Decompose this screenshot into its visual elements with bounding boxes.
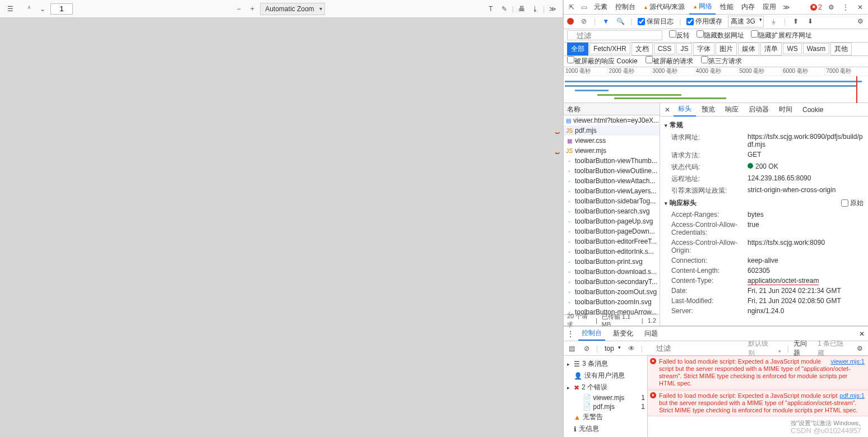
invert-checkbox[interactable]: 反转 <box>669 30 690 40</box>
tab-response[interactable]: 响应 <box>721 103 743 116</box>
text-icon[interactable]: T <box>485 3 496 15</box>
sidebar-toggle-icon[interactable]: ☰ <box>4 3 16 15</box>
user-messages-node[interactable]: 👤没有用户消息 <box>566 370 645 382</box>
blocked-response-checkbox[interactable]: 被屏蔽的响应 Cookie <box>567 56 638 66</box>
column-name[interactable]: 名称 <box>564 103 660 115</box>
tab-sources[interactable]: 源代码/来源 <box>640 0 688 14</box>
chevron-up-icon[interactable]: ＾ <box>24 3 35 15</box>
download-icon[interactable]: ⭳ <box>530 3 541 15</box>
tab-console[interactable]: 控制台 <box>612 0 639 14</box>
page-input[interactable] <box>50 3 73 15</box>
type-图片[interactable]: 图片 <box>716 43 737 55</box>
tab-performance[interactable]: 性能 <box>717 0 737 14</box>
download-har-icon[interactable]: ⬇ <box>806 17 815 26</box>
tab-application[interactable]: 应用 <box>759 0 779 14</box>
tools-icon[interactable]: ≫ <box>547 3 558 15</box>
tab-network[interactable]: 网络 <box>689 0 716 15</box>
tab-elements[interactable]: 元素 <box>591 0 611 14</box>
type-全部[interactable]: 全部 <box>567 43 588 55</box>
tab-memory[interactable]: 内存 <box>738 0 758 14</box>
request-row[interactable]: ▫toolbarButton-viewAttach... <box>564 176 660 186</box>
blocked-request-checkbox[interactable]: 被屏蔽的请求 <box>646 56 693 66</box>
type-其他[interactable]: 其他 <box>830 43 852 55</box>
request-row[interactable]: ▫toolbarButton-pageDown... <box>564 226 660 236</box>
drawer-tab-console[interactable]: 控制台 <box>578 327 605 341</box>
request-row[interactable]: ▫toolbarButton-download.s... <box>564 267 660 277</box>
kebab-icon[interactable]: ⋮ <box>840 2 851 13</box>
drawer-close-icon[interactable]: ✕ <box>859 330 865 338</box>
filter-input[interactable] <box>567 30 662 40</box>
file-pdf-mjs[interactable]: 📄 pdf.mjs1 <box>566 402 645 411</box>
settings-icon[interactable]: ⚙ <box>856 17 865 26</box>
request-row[interactable]: ▫toolbarButton-viewLayers... <box>564 186 660 196</box>
request-row[interactable]: ▫toolbarButton-print.svg <box>564 257 660 267</box>
tab-initiator[interactable]: 启动器 <box>744 103 773 116</box>
console-sidebar-icon[interactable]: ▤ <box>567 345 577 352</box>
general-section[interactable]: 常规 <box>665 119 864 132</box>
response-headers-section[interactable]: 响应标头 原始 <box>665 197 864 210</box>
type-Wasm[interactable]: Wasm <box>803 43 830 54</box>
source-link[interactable]: viewer.mjs:1 <box>830 358 865 365</box>
error-message[interactable]: pdf.mjs:1Failed to load module script: E… <box>648 390 868 416</box>
wifi-icon[interactable]: ⏚ <box>769 17 778 26</box>
request-row[interactable]: ▫toolbarButton-search.svg <box>564 206 660 216</box>
gear-icon[interactable]: ⚙ <box>825 2 837 13</box>
close-icon[interactable]: ✕ <box>855 2 866 13</box>
drawer-tab-issues[interactable]: 问题 <box>641 327 661 340</box>
raw-checkbox[interactable]: 原始 <box>841 198 864 208</box>
print-icon[interactable]: 🖶 <box>516 3 527 15</box>
drawer-menu-icon[interactable]: ⋮ <box>567 330 574 338</box>
console-clear-icon[interactable]: ⊘ <box>582 345 592 352</box>
request-row[interactable]: ▫toolbarButton-editorInk.s... <box>564 247 660 257</box>
search-icon[interactable]: 🔍 <box>616 17 625 26</box>
type-字体[interactable]: 字体 <box>693 43 714 55</box>
request-row[interactable]: ▫toolbarButton-viewOutline... <box>564 166 660 176</box>
disable-cache-checkbox[interactable]: 停用缓存 <box>686 17 722 26</box>
record-icon[interactable] <box>567 18 574 25</box>
warnings-node[interactable]: ▲无警告 <box>566 411 645 423</box>
request-row[interactable]: ▫toolbarButton-sidebarTog... <box>564 196 660 206</box>
error-count[interactable]: 2 <box>810 3 822 11</box>
request-row[interactable]: JSpdf.mjs <box>564 125 660 136</box>
third-party-checkbox[interactable]: 第三方请求 <box>701 56 742 66</box>
console-settings-icon[interactable]: ⚙ <box>855 345 865 352</box>
type-CSS[interactable]: CSS <box>654 43 676 54</box>
request-row[interactable]: ▫toolbarButton-secondaryT... <box>564 277 660 287</box>
zoom-in-icon[interactable]: + <box>247 3 258 15</box>
type-WS[interactable]: WS <box>783 43 801 54</box>
upload-icon[interactable]: ⬆ <box>791 17 800 26</box>
request-row[interactable]: ▫toolbarButton-zoomOut.svg <box>564 287 660 297</box>
drawer-tab-changes[interactable]: 新变化 <box>610 327 637 340</box>
tab-cookies[interactable]: Cookie <box>798 104 828 115</box>
console-filter-input[interactable] <box>647 343 737 354</box>
more-tabs-icon[interactable]: ≫ <box>781 2 792 13</box>
device-icon[interactable]: ▭ <box>578 2 590 13</box>
timeline[interactable]: 1000 毫秒2000 毫秒3000 毫秒4000 毫秒5000 毫秒6000 … <box>564 67 868 103</box>
error-message[interactable]: viewer.mjs:1Failed to load module script… <box>648 356 868 389</box>
draw-icon[interactable]: ✎ <box>499 3 510 15</box>
tab-preview[interactable]: 预览 <box>697 103 720 116</box>
tab-timing[interactable]: 时间 <box>774 103 797 116</box>
request-row[interactable]: ▫toolbarButton-viewThumb... <box>564 156 660 166</box>
type-JS[interactable]: JS <box>676 43 692 54</box>
request-row[interactable]: ▦viewer.css <box>564 136 660 146</box>
file-viewer-mjs[interactable]: 📄 viewer.mjs1 <box>566 393 645 402</box>
request-row[interactable]: ▫toolbarButton-editorFreeT... <box>564 236 660 247</box>
messages-node[interactable]: ☰3 条消息 <box>566 358 645 370</box>
request-row[interactable]: ▫toolbarButton-zoomIn.svg <box>564 297 660 307</box>
clear-icon[interactable]: ⊘ <box>579 17 588 26</box>
inspect-icon[interactable]: ⇱ <box>566 2 577 13</box>
close-detail-icon[interactable]: ✕ <box>662 106 672 114</box>
request-row[interactable]: JSviewer.mjs <box>564 146 660 156</box>
hide-ext-checkbox[interactable]: 隐藏扩展程序网址 <box>751 30 812 40</box>
type-Fetch/XHR[interactable]: Fetch/XHR <box>590 43 630 54</box>
type-媒体[interactable]: 媒体 <box>738 43 759 55</box>
chevron-down-icon[interactable]: ⌄ <box>37 3 48 15</box>
scope-select[interactable]: top <box>602 344 622 353</box>
errors-node[interactable]: ✖2 个错误 <box>566 382 645 393</box>
filter-icon[interactable]: ▼ <box>601 17 610 26</box>
hide-data-checkbox[interactable]: 隐藏数据网址 <box>697 30 744 40</box>
request-row[interactable]: ▤viewer.html?token=eyJ0eX... <box>564 115 660 125</box>
type-清单[interactable]: 清单 <box>760 43 782 55</box>
preserve-log-checkbox[interactable]: 保留日志 <box>638 17 674 26</box>
